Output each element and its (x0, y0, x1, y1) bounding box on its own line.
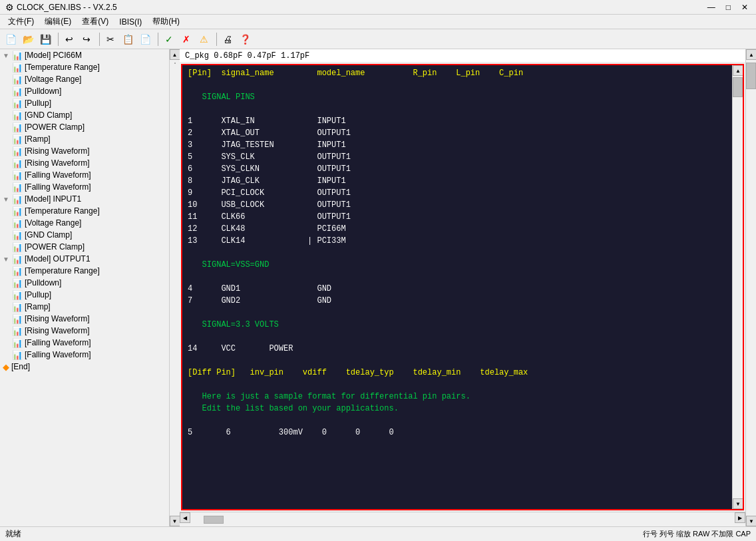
sidebar-tree: ▼📊[Model] PCI66M📊[Temperature Range]📊[Vo… (0, 49, 169, 526)
editor-content[interactable]: [Pin] signal_name model_name R_pin L_pin… (182, 65, 732, 509)
maximize-button[interactable]: □ (723, 3, 733, 12)
hscroll-left[interactable]: ◀ (180, 512, 190, 523)
title-text: CLOCK_GEN.IBS - - VX.2.5 (17, 3, 117, 12)
sidebar-item-11[interactable]: 📊[Falling Waveform] (0, 181, 169, 193)
sidebar-scroll-up[interactable]: ▲ (170, 49, 180, 60)
sidebar-item-6[interactable]: 📊[POWER Clamp] (0, 121, 169, 133)
hscroll-right[interactable]: ▶ (735, 512, 745, 523)
toolbar-undo[interactable]: ↩ (61, 31, 77, 47)
hscroll-track (190, 512, 735, 526)
sidebar-item-3[interactable]: 📊[Pulldown] (0, 85, 169, 97)
editor-scroll-down[interactable]: ▼ (733, 498, 743, 509)
sidebar-item-26[interactable]: ◆[End] (0, 361, 169, 373)
sidebar-item-16[interactable]: 📊[POWER Clamp] (0, 241, 169, 253)
sidebar-item-13[interactable]: 📊[Temperature Range] (0, 205, 169, 217)
sidebar-item-0[interactable]: ▼📊[Model] PCI66M (0, 49, 169, 61)
sidebar-vscroll[interactable]: ▲ ▼ (169, 49, 180, 526)
sidebar-item-1[interactable]: 📊[Temperature Range] (0, 61, 169, 73)
sidebar-item-7[interactable]: 📊[Ramp] (0, 133, 169, 145)
sidebar-scroll-down[interactable]: ▼ (170, 516, 180, 526)
toolbar-cut[interactable]: ✂ (102, 31, 118, 47)
outer-scroll-track (746, 60, 756, 516)
toolbar-check[interactable]: ✓ (161, 31, 177, 47)
editor-scroll-thumb[interactable] (733, 77, 743, 97)
menu-file[interactable]: 文件(F) (3, 15, 39, 29)
menu-edit[interactable]: 编辑(E) (39, 15, 77, 29)
toolbar-warning[interactable]: ⚠ (196, 31, 212, 47)
toolbar-help[interactable]: ❓ (237, 31, 253, 47)
sidebar-item-14[interactable]: 📊[Voltage Range] (0, 217, 169, 229)
hscroll-thumb[interactable] (204, 516, 224, 524)
menu-bar: 文件(F) 编辑(E) 查看(V) IBIS(I) 帮助(H) (0, 15, 756, 29)
status-info: 行号 列号 缩放 RAW 不加限 CAP (643, 529, 751, 539)
sidebar-container: ▼📊[Model] PCI66M📊[Temperature Range]📊[Vo… (0, 49, 180, 526)
sidebar-item-12[interactable]: ▼📊[Model] INPUT1 (0, 193, 169, 205)
editor-scroll-track (733, 76, 743, 498)
minimize-button[interactable]: — (705, 3, 718, 12)
sidebar-item-17[interactable]: ▼📊[Model] OUTPUT1 (0, 253, 169, 265)
menu-view[interactable]: 查看(V) (77, 15, 114, 29)
sidebar-item-5[interactable]: 📊[GND Clamp] (0, 109, 169, 121)
menu-help[interactable]: 帮助(H) (147, 15, 185, 29)
sidebar-item-2[interactable]: 📊[Voltage Range] (0, 73, 169, 85)
sidebar-item-23[interactable]: 📊[Rising Waveform] (0, 325, 169, 337)
sidebar-scroll-thumb[interactable] (174, 63, 176, 64)
toolbar-cancel[interactable]: ✗ (178, 31, 194, 47)
outer-scroll-thumb[interactable] (746, 63, 756, 89)
toolbar-print[interactable]: 🖨 (220, 31, 236, 47)
outer-vscroll[interactable]: ▲ ▼ (745, 49, 756, 526)
sidebar-item-21[interactable]: 📊[Ramp] (0, 301, 169, 313)
app-icon: ⚙ (5, 2, 14, 13)
hscroll-area: ◀ ▶ (180, 512, 745, 526)
toolbar-new[interactable]: 📄 (3, 31, 19, 47)
sidebar-item-22[interactable]: 📊[Rising Waveform] (0, 313, 169, 325)
menu-ibis[interactable]: IBIS(I) (114, 16, 147, 28)
editor-scroll-up[interactable]: ▲ (733, 65, 743, 76)
sidebar-item-8[interactable]: 📊[Rising Waveform] (0, 145, 169, 157)
toolbar-open[interactable]: 📂 (20, 31, 36, 47)
sidebar-item-20[interactable]: 📊[Pullup] (0, 289, 169, 301)
sidebar-item-18[interactable]: 📊[Temperature Range] (0, 265, 169, 277)
outer-scroll-up[interactable]: ▲ (746, 49, 756, 60)
cpkg-header: C_pkg 0.68pF 0.47pF 1.17pF (180, 49, 745, 63)
sidebar-item-10[interactable]: 📊[Falling Waveform] (0, 169, 169, 181)
sidebar-item-15[interactable]: 📊[GND Clamp] (0, 229, 169, 241)
sidebar-item-4[interactable]: 📊[Pullup] (0, 97, 169, 109)
toolbar-save[interactable]: 💾 (37, 31, 53, 47)
toolbar: 📄 📂 💾 ↩ ↪ ✂ 📋 📄 ✓ ✗ ⚠ 🖨 ❓ (0, 29, 756, 49)
status-ready: 就绪 (5, 528, 21, 540)
main-layout: ▼📊[Model] PCI66M📊[Temperature Range]📊[Vo… (0, 49, 756, 526)
toolbar-paste[interactable]: 📄 (137, 31, 153, 47)
content-area: C_pkg 0.68pF 0.47pF 1.17pF [Pin] signal_… (180, 49, 745, 526)
status-bar: 就绪 行号 列号 缩放 RAW 不加限 CAP (0, 526, 756, 541)
sidebar-item-24[interactable]: 📊[Falling Waveform] (0, 337, 169, 349)
cpkg-text: C_pkg 0.68pF 0.47pF 1.17pF (185, 51, 309, 61)
title-bar: ⚙ CLOCK_GEN.IBS - - VX.2.5 — □ ✕ (0, 0, 756, 15)
sidebar-item-19[interactable]: 📊[Pulldown] (0, 277, 169, 289)
sidebar-item-25[interactable]: 📊[Falling Waveform] (0, 349, 169, 361)
editor-wrapper: [Pin] signal_name model_name R_pin L_pin… (181, 64, 744, 510)
toolbar-sep3 (156, 33, 158, 46)
close-button[interactable]: ✕ (739, 3, 751, 12)
toolbar-sep2 (97, 33, 100, 46)
outer-scroll-down[interactable]: ▼ (746, 516, 756, 526)
toolbar-sep1 (56, 33, 59, 46)
editor-vscroll[interactable]: ▲ ▼ (732, 65, 743, 509)
sidebar-scroll-track (174, 60, 176, 516)
toolbar-redo[interactable]: ↪ (79, 31, 94, 47)
toolbar-copy[interactable]: 📋 (120, 31, 136, 47)
toolbar-sep4 (214, 33, 217, 46)
sidebar-item-9[interactable]: 📊[Rising Waveform] (0, 157, 169, 169)
